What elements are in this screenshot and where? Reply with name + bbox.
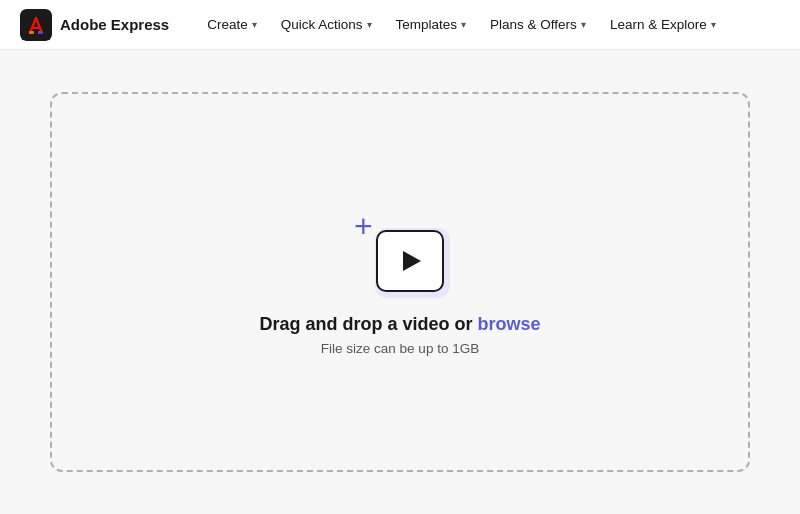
chevron-down-icon: ▾ [252, 19, 257, 30]
adobe-express-logo-icon [20, 9, 52, 41]
nav-item-plans[interactable]: Plans & Offers ▾ [480, 11, 596, 38]
svg-rect-3 [38, 31, 43, 34]
drop-text-area: Drag and drop a video or browse File siz… [259, 314, 540, 356]
chevron-down-icon: ▾ [367, 19, 372, 30]
drop-main-text: Drag and drop a video or browse [259, 314, 540, 335]
browse-link[interactable]: browse [478, 314, 541, 334]
svg-rect-2 [29, 31, 34, 34]
video-drop-zone[interactable]: + Drag and drop a video or browse File s… [50, 92, 750, 472]
nav-label-learn: Learn & Explore [610, 17, 707, 32]
plus-icon: + [354, 210, 373, 242]
nav-label-templates: Templates [396, 17, 458, 32]
svg-rect-0 [20, 9, 52, 41]
chevron-down-icon: ▾ [461, 19, 466, 30]
nav-items: Create ▾ Quick Actions ▾ Templates ▾ Pla… [197, 11, 725, 38]
nav-item-templates[interactable]: Templates ▾ [386, 11, 477, 38]
video-play-icon [376, 230, 444, 292]
nav-label-plans: Plans & Offers [490, 17, 577, 32]
play-triangle-icon [403, 251, 421, 271]
file-size-hint: File size can be up to 1GB [259, 341, 540, 356]
chevron-down-icon: ▾ [711, 19, 716, 30]
main-content: + Drag and drop a video or browse File s… [0, 50, 800, 514]
navbar: Adobe Express Create ▾ Quick Actions ▾ T… [0, 0, 800, 50]
nav-item-quick-actions[interactable]: Quick Actions ▾ [271, 11, 382, 38]
nav-label-quick-actions: Quick Actions [281, 17, 363, 32]
nav-item-learn[interactable]: Learn & Explore ▾ [600, 11, 726, 38]
logo-text: Adobe Express [60, 16, 169, 33]
drag-drop-label: Drag and drop a video or [259, 314, 477, 334]
logo-area[interactable]: Adobe Express [20, 9, 169, 41]
nav-item-create[interactable]: Create ▾ [197, 11, 267, 38]
nav-label-create: Create [207, 17, 248, 32]
upload-icon-container: + [350, 208, 450, 298]
chevron-down-icon: ▾ [581, 19, 586, 30]
